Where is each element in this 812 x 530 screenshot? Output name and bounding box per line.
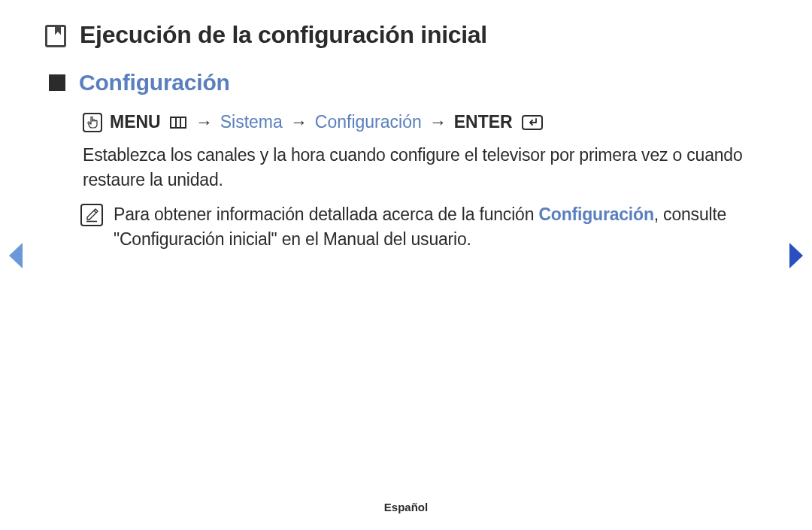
body-paragraph: Establezca los canales y la hora cuando … [83,143,767,193]
content-block: MENU → Sistema → Configuración → ENTER E… [83,112,767,252]
note-highlight: Configuración [538,204,653,224]
section-heading: Configuración [79,70,230,95]
arrow-2: → [290,112,308,132]
triangle-right-icon [785,241,806,271]
note-pre: Para obtener información detallada acerc… [114,204,538,224]
nav-step-configuracion: Configuración [315,112,422,132]
previous-page-button[interactable] [6,241,27,274]
triangle-left-icon [6,241,27,271]
section-row: Configuración [49,70,767,95]
enter-label: ENTER [454,112,513,132]
menu-label: MENU [110,112,161,132]
note-pencil-icon [80,204,103,226]
navigation-path: MENU → Sistema → Configuración → ENTER [83,112,767,132]
page-title: Ejecución de la configuración inicial [80,21,487,49]
note-text: Para obtener información detallada acerc… [114,202,767,253]
svg-marker-1 [9,243,23,268]
svg-marker-2 [789,243,803,268]
nav-step-sistema: Sistema [220,112,283,132]
title-row: Ejecución de la configuración inicial [45,21,767,49]
enter-icon [522,115,543,130]
note-row: Para obtener información detallada acerc… [80,202,767,253]
next-page-button[interactable] [785,241,806,274]
arrow-1: → [195,112,213,132]
arrow-3: → [429,112,447,132]
menu-bars-icon [170,117,186,129]
bookmark-icon [45,25,66,47]
square-bullet-icon [49,74,65,91]
footer-language: Español [0,501,812,513]
hand-pointer-icon [83,113,102,132]
